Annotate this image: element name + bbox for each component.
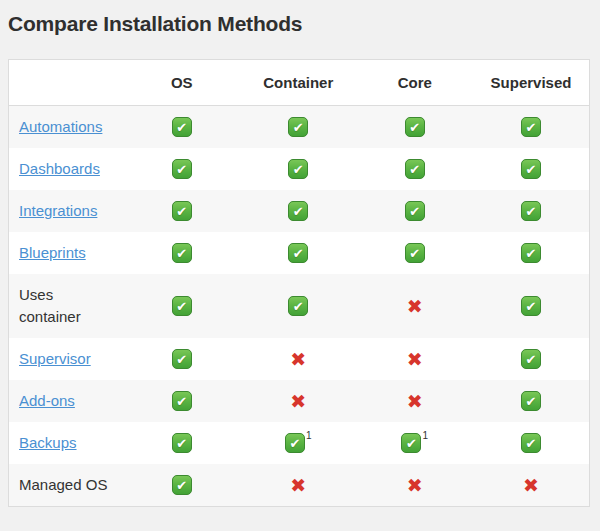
check-icon: ✔ — [172, 117, 192, 137]
cross-glyph: ✖ — [290, 390, 306, 412]
cross-icon: ✖ — [407, 296, 423, 316]
value-cell: ✖ — [357, 338, 474, 380]
table-header-row: OSContainerCoreSupervised — [9, 60, 590, 106]
value-cell: ✔ — [473, 338, 590, 380]
cross-glyph: ✖ — [523, 474, 539, 496]
check-glyph: ✔ — [526, 435, 537, 453]
row-label-cell: Automations — [9, 106, 124, 149]
value-cell: ✔ — [473, 422, 590, 464]
feature-link[interactable]: Add-ons — [19, 392, 75, 409]
check-glyph: ✔ — [293, 161, 304, 179]
check-icon: ✔ — [172, 349, 192, 369]
check-icon: ✔ — [288, 243, 308, 263]
value-cell: ✔1 — [240, 422, 357, 464]
check-icon: ✔ — [288, 296, 308, 316]
value-cell: ✔ — [473, 232, 590, 274]
cross-icon: ✖ — [407, 391, 423, 411]
value-cell: ✔ — [473, 380, 590, 422]
table-row: Backups✔✔1✔1✔ — [9, 422, 590, 464]
check-icon: ✔ — [521, 117, 541, 137]
row-label-cell: Blueprints — [9, 232, 124, 274]
value-cell: ✖ — [357, 274, 474, 338]
check-glyph: ✔ — [293, 119, 304, 137]
row-label-cell: Backups — [9, 422, 124, 464]
page: Compare Installation Methods OSContainer… — [0, 0, 600, 515]
value-cell: ✔ — [124, 232, 241, 274]
feature-link[interactable]: Integrations — [19, 202, 97, 219]
check-glyph: ✔ — [526, 298, 537, 316]
footnote-marker: 1 — [306, 430, 312, 441]
value-cell: ✔ — [124, 338, 241, 380]
cross-glyph: ✖ — [290, 348, 306, 370]
check-glyph: ✔ — [526, 203, 537, 221]
value-cell: ✖ — [240, 464, 357, 507]
feature-label: Managed OS — [19, 476, 107, 493]
check-glyph: ✔ — [176, 435, 187, 453]
feature-label: Uses container — [19, 286, 81, 325]
cross-glyph: ✖ — [407, 390, 423, 412]
cross-glyph: ✖ — [290, 474, 306, 496]
check-glyph: ✔ — [409, 161, 420, 179]
value-cell: ✔ — [124, 274, 241, 338]
check-icon: ✔ — [288, 117, 308, 137]
value-cell: ✔ — [124, 464, 241, 507]
check-icon: ✔ — [172, 296, 192, 316]
check-glyph: ✔ — [526, 245, 537, 263]
column-header-supervised: Supervised — [473, 60, 590, 106]
check-glyph: ✔ — [176, 119, 187, 137]
table-row: Automations✔✔✔✔ — [9, 106, 590, 149]
value-cell: ✖ — [240, 380, 357, 422]
value-cell: ✔1 — [357, 422, 474, 464]
compare-installation-table: OSContainerCoreSupervised Automations✔✔✔… — [8, 59, 590, 507]
value-cell: ✔ — [473, 274, 590, 338]
check-glyph: ✔ — [176, 203, 187, 221]
table-row: Managed OS✔✖✖✖ — [9, 464, 590, 507]
check-glyph: ✔ — [290, 435, 301, 453]
value-cell: ✔ — [124, 106, 241, 149]
column-header-core: Core — [357, 60, 474, 106]
check-glyph: ✔ — [176, 351, 187, 369]
check-glyph: ✔ — [176, 298, 187, 316]
column-header-container: Container — [240, 60, 357, 106]
check-icon: ✔ — [521, 349, 541, 369]
check-icon: ✔ — [405, 159, 425, 179]
check-glyph: ✔ — [526, 119, 537, 137]
column-header-os: OS — [124, 60, 241, 106]
cross-glyph: ✖ — [407, 295, 423, 317]
cross-icon: ✖ — [290, 391, 306, 411]
value-cell: ✔ — [473, 106, 590, 149]
value-cell: ✔ — [240, 190, 357, 232]
check-glyph: ✔ — [526, 161, 537, 179]
feature-link[interactable]: Backups — [19, 434, 77, 451]
check-icon: ✔ — [288, 159, 308, 179]
table-row: Supervisor✔✖✖✔ — [9, 338, 590, 380]
check-icon: ✔ — [405, 201, 425, 221]
check-icon: ✔ — [172, 391, 192, 411]
check-icon: ✔ — [405, 243, 425, 263]
check-icon: ✔ — [172, 201, 192, 221]
check-icon: ✔ — [405, 117, 425, 137]
check-glyph: ✔ — [293, 245, 304, 263]
check-icon: ✔ — [288, 201, 308, 221]
check-glyph: ✔ — [409, 203, 420, 221]
check-icon: ✔ — [521, 243, 541, 263]
value-cell: ✖ — [357, 464, 474, 507]
check-icon: ✔ — [172, 475, 192, 495]
value-cell: ✔ — [473, 148, 590, 190]
check-glyph: ✔ — [293, 298, 304, 316]
value-cell: ✖ — [240, 338, 357, 380]
check-icon: ✔ — [521, 159, 541, 179]
value-cell: ✔ — [240, 232, 357, 274]
check-icon: ✔ — [521, 391, 541, 411]
check-icon: ✔ — [521, 433, 541, 453]
feature-link[interactable]: Supervisor — [19, 350, 91, 367]
table-row: Blueprints✔✔✔✔ — [9, 232, 590, 274]
check-glyph: ✔ — [293, 203, 304, 221]
feature-link[interactable]: Blueprints — [19, 244, 86, 261]
table-row: Uses container✔✔✖✔ — [9, 274, 590, 338]
row-label-cell: Supervisor — [9, 338, 124, 380]
feature-link[interactable]: Automations — [19, 118, 102, 135]
value-cell: ✔ — [124, 148, 241, 190]
feature-link[interactable]: Dashboards — [19, 160, 100, 177]
check-icon: ✔ — [172, 433, 192, 453]
